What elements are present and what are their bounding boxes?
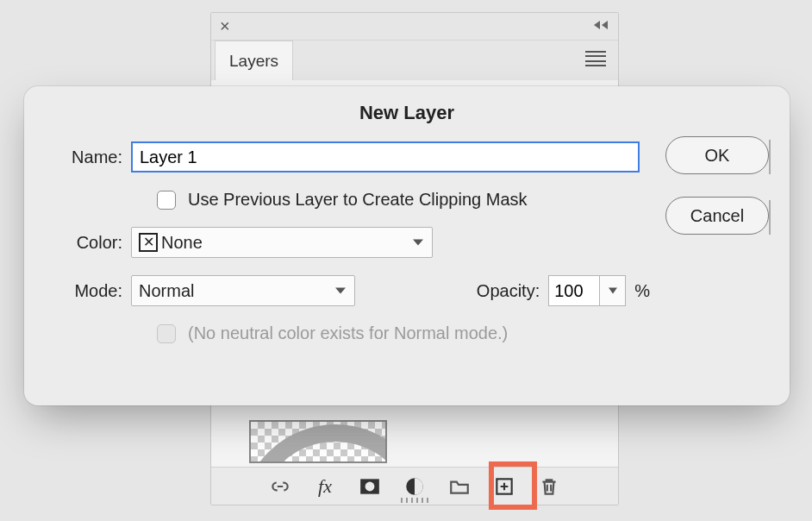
panel-titlebar: × — [211, 13, 618, 41]
row-clipping: Use Previous Layer to Create Clipping Ma… — [157, 190, 650, 210]
neutral-note: (No neutral color exists for Normal mode… — [188, 323, 508, 343]
opacity-label: Opacity: — [477, 281, 540, 301]
row-neutral: (No neutral color exists for Normal mode… — [157, 323, 650, 343]
panel-footer: fx — [211, 467, 618, 505]
resize-grip-icon[interactable] — [401, 498, 428, 503]
new-layer-dialog: New Layer OK Cancel Name: Use Previous L… — [24, 86, 790, 405]
opacity-input[interactable] — [548, 275, 600, 306]
neutral-checkbox — [157, 324, 176, 343]
ok-button[interactable]: OK — [665, 136, 769, 174]
close-icon[interactable]: × — [220, 16, 230, 36]
mask-icon[interactable] — [357, 474, 383, 499]
trash-icon[interactable] — [536, 474, 562, 499]
chevron-down-icon — [609, 288, 617, 294]
divider — [769, 140, 771, 174]
color-label: Color: — [47, 233, 131, 253]
row-color: Color: ✕ None — [47, 227, 650, 258]
dialog-title: New Layer — [47, 102, 767, 124]
cancel-button[interactable]: Cancel — [665, 197, 769, 235]
row-name: Name: — [47, 141, 650, 173]
divider — [769, 200, 771, 235]
chevron-down-icon — [413, 240, 423, 246]
name-input[interactable] — [131, 141, 640, 173]
clipping-checkbox[interactable] — [157, 191, 176, 210]
tab-layers[interactable]: Layers — [215, 41, 293, 80]
opacity-unit: % — [634, 281, 650, 301]
panel-tab-strip: Layers — [211, 41, 618, 80]
chevron-down-icon — [335, 288, 346, 294]
color-select[interactable]: ✕ None — [131, 227, 433, 258]
color-none-swatch-icon: ✕ — [139, 233, 158, 252]
group-icon[interactable] — [447, 474, 472, 499]
mode-label: Mode: — [47, 281, 131, 301]
link-icon[interactable] — [267, 474, 293, 499]
svg-point-1 — [365, 481, 375, 491]
color-value: None — [161, 233, 203, 253]
clipping-label: Use Previous Layer to Create Clipping Ma… — [188, 190, 528, 210]
mode-select[interactable]: Normal — [131, 275, 355, 306]
new-layer-icon[interactable] — [491, 474, 517, 499]
fx-icon[interactable]: fx — [312, 474, 338, 499]
dialog-buttons: OK Cancel — [665, 136, 769, 235]
mode-value: Normal — [139, 281, 194, 301]
row-mode: Mode: Normal Opacity: % — [47, 275, 650, 306]
collapse-icon[interactable] — [592, 17, 609, 31]
adjustment-icon[interactable] — [402, 474, 428, 499]
name-label: Name: — [47, 148, 131, 167]
layer-thumbnail[interactable] — [249, 420, 387, 463]
panel-menu-icon[interactable] — [585, 51, 606, 66]
opacity-stepper[interactable] — [600, 275, 626, 306]
